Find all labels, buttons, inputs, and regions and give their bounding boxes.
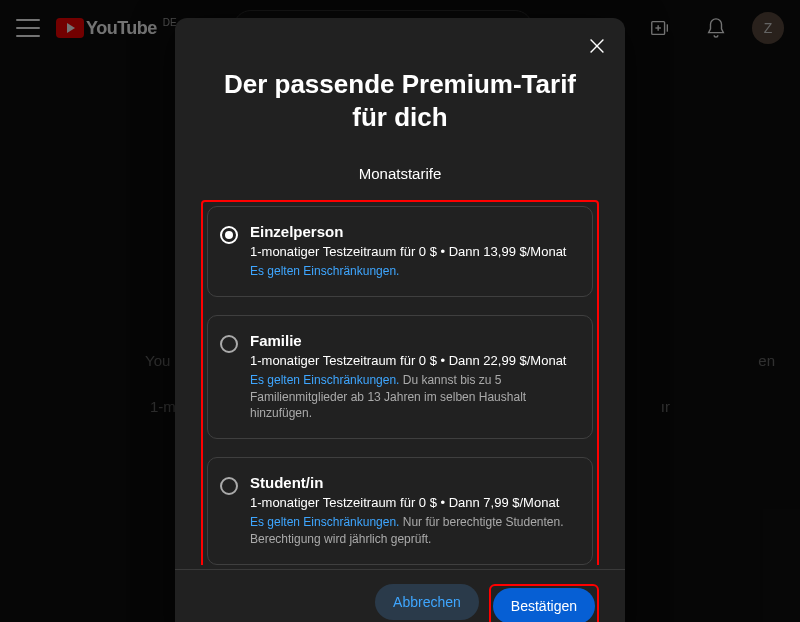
plan-fineprint: Es gelten Einschränkungen. <box>250 263 576 280</box>
plans-highlight: Einzelperson 1-monatiger Testzeitraum fü… <box>201 200 599 565</box>
plan-price: 1-monatiger Testzeitraum für 0 $ • Dann … <box>250 353 576 368</box>
close-icon[interactable] <box>583 32 611 60</box>
plan-name: Student/in <box>250 474 576 491</box>
plan-body: Einzelperson 1-monatiger Testzeitraum fü… <box>250 223 576 280</box>
plan-option-einzelperson[interactable]: Einzelperson 1-monatiger Testzeitraum fü… <box>207 206 593 297</box>
cancel-button[interactable]: Abbrechen <box>375 584 479 620</box>
plan-body: Familie 1-monatiger Testzeitraum für 0 $… <box>250 332 576 422</box>
plan-option-student[interactable]: Student/in 1-monatiger Testzeitraum für … <box>207 457 593 565</box>
radio-icon[interactable] <box>220 226 238 244</box>
plan-name: Einzelperson <box>250 223 576 240</box>
modal-title: Der passende Premium-Tarif für dich <box>175 34 625 137</box>
restrictions-link[interactable]: Es gelten Einschränkungen. <box>250 264 399 278</box>
plan-fineprint: Es gelten Einschränkungen. Nur für berec… <box>250 514 576 548</box>
plan-fineprint: Es gelten Einschränkungen. Du kannst bis… <box>250 372 576 422</box>
plan-name: Familie <box>250 332 576 349</box>
restrictions-link[interactable]: Es gelten Einschränkungen. <box>250 515 399 529</box>
modal-scroll[interactable]: Monatstarife Einzelperson 1-monatiger Te… <box>175 145 625 565</box>
confirm-button[interactable]: Bestätigen <box>493 588 595 622</box>
plan-body: Student/in 1-monatiger Testzeitraum für … <box>250 474 576 548</box>
plan-price: 1-monatiger Testzeitraum für 0 $ • Dann … <box>250 495 576 510</box>
premium-plan-modal: Der passende Premium-Tarif für dich Mona… <box>175 18 625 622</box>
restrictions-link[interactable]: Es gelten Einschränkungen. <box>250 373 399 387</box>
radio-icon[interactable] <box>220 335 238 353</box>
modal-subheading: Monatstarife <box>201 165 599 182</box>
radio-icon[interactable] <box>220 477 238 495</box>
plan-price: 1-monatiger Testzeitraum für 0 $ • Dann … <box>250 244 576 259</box>
plan-option-familie[interactable]: Familie 1-monatiger Testzeitraum für 0 $… <box>207 315 593 439</box>
modal-footer: Abbrechen Bestätigen <box>175 569 625 622</box>
confirm-highlight: Bestätigen <box>489 584 599 622</box>
modal-overlay: Der passende Premium-Tarif für dich Mona… <box>0 0 800 622</box>
